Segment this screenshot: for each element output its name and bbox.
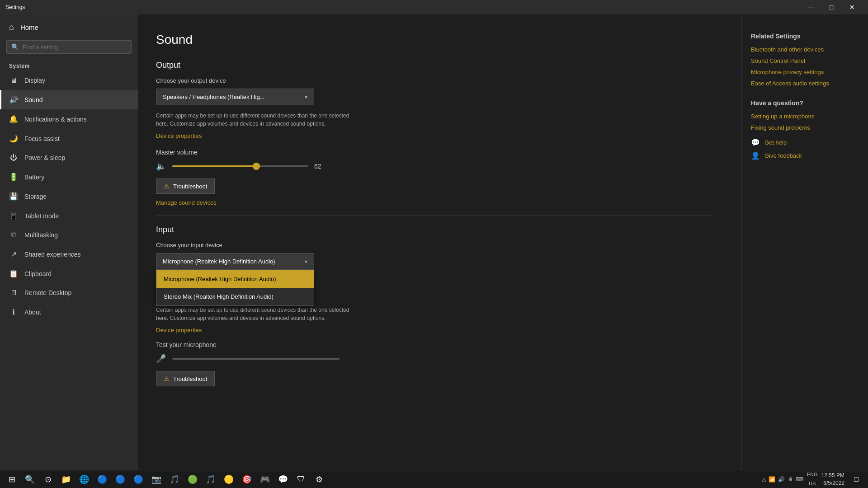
give-feedback-item[interactable]: 👤 Give feedback xyxy=(751,151,859,160)
volume-slider[interactable] xyxy=(172,165,308,167)
sidebar-item-label: Battery xyxy=(24,174,44,181)
app3-button[interactable]: 🔵 xyxy=(130,471,146,488)
start-button[interactable]: ⊞ xyxy=(4,471,20,488)
mic-test-label: Test your microphone xyxy=(156,341,714,348)
taskbar-clock[interactable]: 12:55 PM 6/5/2022 xyxy=(821,472,844,487)
app2-button[interactable]: 🔵 xyxy=(112,471,128,488)
app11-button[interactable]: 💬 xyxy=(275,471,291,488)
app10-button[interactable]: 🎮 xyxy=(257,471,273,488)
output-device-dropdown[interactable]: Speakers / Headphones (Realtek Hig... ▾ xyxy=(156,89,314,105)
output-section-title: Output xyxy=(156,61,714,70)
related-link-microphone-privacy[interactable]: Microphone privacy settings xyxy=(751,69,859,75)
related-link-ease-of-access[interactable]: Ease of Access audio settings xyxy=(751,80,859,87)
sidebar-item-label: Notifications & actions xyxy=(24,116,87,123)
input-dropdown-container: Microphone (Realtek High Definition Audi… xyxy=(156,253,714,270)
sidebar-item-remote[interactable]: 🖥 Remote Desktop xyxy=(0,283,138,302)
locale-text: ENG xyxy=(807,472,818,478)
network-icon[interactable]: 📶 xyxy=(769,476,775,483)
sidebar-item-label: About xyxy=(24,309,41,316)
sidebar-item-sound[interactable]: 🔊 Sound xyxy=(0,90,138,109)
get-help-link[interactable]: Get help xyxy=(764,139,787,146)
browser-button[interactable]: 🌐 xyxy=(76,471,92,488)
sidebar-item-focus[interactable]: 🌙 Focus assist xyxy=(0,129,138,148)
related-link-bluetooth[interactable]: Bluetooth and other devices xyxy=(751,46,859,53)
search-box[interactable]: 🔍 xyxy=(6,40,132,54)
sidebar-item-about[interactable]: ℹ About xyxy=(0,302,138,322)
output-info-text: Certain apps may be set up to use differ… xyxy=(156,112,350,128)
get-help-icon: 💬 xyxy=(751,138,760,147)
give-feedback-icon: 👤 xyxy=(751,151,760,160)
sidebar-item-power[interactable]: ⏻ Power & sleep xyxy=(0,148,138,167)
battery-icon: 🔋 xyxy=(9,173,18,181)
input-device-value: Microphone (Realtek High Definition Audi… xyxy=(163,258,275,265)
app6-button[interactable]: 🟢 xyxy=(184,471,201,488)
task-view-button[interactable]: ⊙ xyxy=(40,471,56,488)
dropdown-arrow-icon: ▾ xyxy=(305,94,307,100)
taskbar: ⊞ 🔍 ⊙ 📁 🌐 🔵 🔵 🔵 📷 🎵 🟢 🎵 🟡 🎯 🎮 💬 🛡 ⚙ △ 📶 … xyxy=(0,470,868,488)
home-button[interactable]: ⌂ Home xyxy=(0,14,138,40)
close-button[interactable]: ✕ xyxy=(842,0,863,14)
app8-button[interactable]: 🟡 xyxy=(221,471,237,488)
give-feedback-link[interactable]: Give feedback xyxy=(764,152,802,159)
file-explorer-button[interactable]: 📁 xyxy=(58,471,74,488)
volume-value: 62 xyxy=(314,163,328,170)
main-panel: Sound Output Choose your output device S… xyxy=(138,14,741,470)
sidebar-item-label: Storage xyxy=(24,193,47,200)
app12-button[interactable]: 🛡 xyxy=(293,471,309,488)
related-link-sound-control[interactable]: Sound Control Panel xyxy=(751,57,859,64)
sidebar-item-battery[interactable]: 🔋 Battery xyxy=(0,167,138,187)
input-troubleshoot-button[interactable]: ⚠ Troubleshoot xyxy=(156,371,215,386)
power-icon: ⏻ xyxy=(9,154,18,162)
sidebar-item-tablet[interactable]: 📱 Tablet mode xyxy=(0,206,138,225)
dropdown-option-0[interactable]: Microphone (Realtek High Definition Audi… xyxy=(156,270,314,288)
minimize-button[interactable]: — xyxy=(800,0,821,14)
volume-taskbar-icon[interactable]: 🔊 xyxy=(778,476,785,483)
volume-thumb[interactable] xyxy=(253,163,260,170)
sidebar-item-notifications[interactable]: 🔔 Notifications & actions xyxy=(0,109,138,129)
taskbar-system-tray: △ 📶 🔊 🖥 ⌨ xyxy=(762,476,803,483)
master-volume-label: Master volume xyxy=(156,149,714,156)
sidebar-item-display[interactable]: 🖥 Display xyxy=(0,71,138,90)
taskbar-locale[interactable]: ENG US xyxy=(807,472,818,486)
input-device-properties-link[interactable]: Device properties xyxy=(156,327,202,333)
notification-center-button[interactable]: □ xyxy=(848,471,864,488)
app1-button[interactable]: 🔵 xyxy=(94,471,110,488)
search-taskbar-button[interactable]: 🔍 xyxy=(22,471,38,488)
app13-button[interactable]: ⚙ xyxy=(311,471,327,488)
section-divider xyxy=(156,216,714,216)
input-device-dropdown[interactable]: Microphone (Realtek High Definition Audi… xyxy=(156,253,314,270)
dropdown-option-1[interactable]: Stereo Mix (Realtek High Definition Audi… xyxy=(156,288,314,305)
chevron-up-icon[interactable]: △ xyxy=(762,476,766,483)
app5-button[interactable]: 🎵 xyxy=(166,471,183,488)
speaker-icon: 🔈 xyxy=(156,161,166,171)
manage-sound-devices-link[interactable]: Manage sound devices xyxy=(156,199,217,206)
output-device-properties-link[interactable]: Device properties xyxy=(156,132,202,139)
remote-icon: 🖥 xyxy=(9,289,18,297)
question-link-sound-problems[interactable]: Fixing sound problems xyxy=(751,124,859,131)
display-icon: 🖥 xyxy=(9,76,18,84)
search-input[interactable] xyxy=(23,44,127,51)
display-taskbar-icon[interactable]: 🖥 xyxy=(788,476,793,483)
sidebar-item-label: Tablet mode xyxy=(24,212,59,220)
app7-button[interactable]: 🎵 xyxy=(203,471,219,488)
notifications-icon: 🔔 xyxy=(9,115,18,123)
question-link-microphone[interactable]: Setting up a microphone xyxy=(751,113,859,120)
locale-region: US xyxy=(809,481,816,487)
sidebar-item-shared[interactable]: ↗ Shared experiences xyxy=(0,244,138,264)
app4-button[interactable]: 📷 xyxy=(148,471,165,488)
sidebar-item-label: Multitasking xyxy=(24,231,58,239)
clipboard-icon: 📋 xyxy=(9,269,18,278)
warn-icon-2: ⚠ xyxy=(164,375,170,382)
output-troubleshoot-label: Troubleshoot xyxy=(173,183,207,190)
sidebar-item-multitasking[interactable]: ⧉ Multitasking xyxy=(0,225,138,244)
input-section-title: Input xyxy=(156,225,714,235)
keyboard-icon[interactable]: ⌨ xyxy=(796,476,803,483)
sidebar-item-clipboard[interactable]: 📋 Clipboard xyxy=(0,264,138,283)
window-controls: — □ ✕ xyxy=(800,0,863,14)
app9-button[interactable]: 🎯 xyxy=(239,471,255,488)
output-troubleshoot-button[interactable]: ⚠ Troubleshoot xyxy=(156,178,215,194)
get-help-item[interactable]: 💬 Get help xyxy=(751,138,859,147)
mic-row: 🎤 xyxy=(156,354,714,364)
maximize-button[interactable]: □ xyxy=(821,0,842,14)
sidebar-item-storage[interactable]: 💾 Storage xyxy=(0,187,138,206)
